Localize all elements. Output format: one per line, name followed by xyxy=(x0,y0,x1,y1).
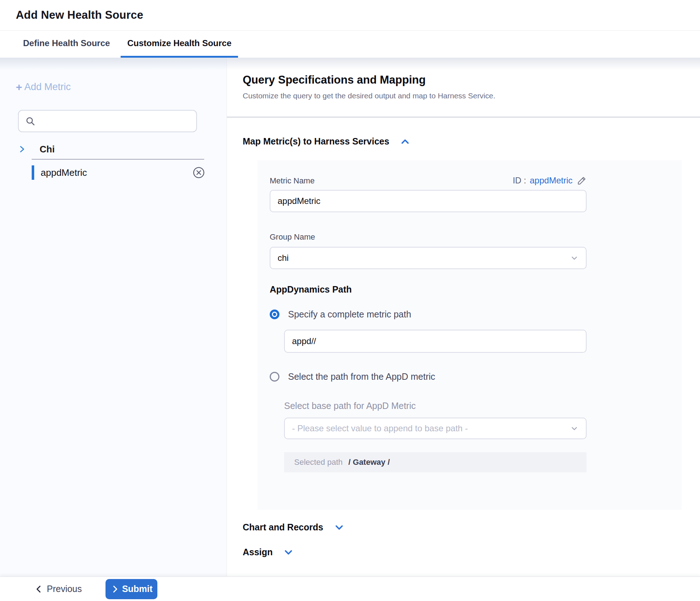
chevron-right-icon xyxy=(18,145,26,153)
chevron-right-icon xyxy=(111,585,119,593)
base-path-placeholder: - Please select value to append to base … xyxy=(292,423,468,433)
plus-icon: + xyxy=(16,82,22,93)
dialog-body: + Add Metric Chi appdMetric xyxy=(0,58,700,576)
selected-indicator-bar xyxy=(32,165,34,180)
group-name-field-label: Group Name xyxy=(270,232,669,242)
previous-label: Previous xyxy=(47,584,82,594)
sidebar-divider xyxy=(32,159,204,160)
metric-item-label: appdMetric xyxy=(41,167,87,178)
group-name-select-value: chi xyxy=(278,253,289,263)
query-spec-panel: Query Specifications and Mapping Customi… xyxy=(227,58,700,576)
tab-define-health-source[interactable]: Define Health Source xyxy=(23,31,110,58)
metrics-sidebar: + Add Metric Chi appdMetric xyxy=(0,58,227,576)
radio-selected-icon[interactable] xyxy=(270,310,279,319)
chevron-left-icon xyxy=(35,585,43,593)
base-path-select[interactable]: - Please select value to append to base … xyxy=(284,418,587,439)
submit-button[interactable]: Submit xyxy=(106,579,157,599)
appdynamics-path-heading: AppDynamics Path xyxy=(270,284,669,295)
radio-select-path-from-appd[interactable]: Select the path from the AppD metric xyxy=(270,371,669,382)
tab-bar: Define Health Source Customize Health So… xyxy=(0,31,700,58)
chevron-up-icon[interactable] xyxy=(400,137,410,147)
section-heading: Chart and Records xyxy=(243,522,323,533)
dialog-header: Add New Health Source xyxy=(0,0,700,31)
section-chart-and-records[interactable]: Chart and Records xyxy=(243,522,700,533)
map-metrics-form: Metric Name ID : appdMetric Group Nam xyxy=(257,160,682,510)
section-heading: Assign xyxy=(243,547,273,557)
previous-button[interactable]: Previous xyxy=(35,584,82,594)
group-name-label: Chi xyxy=(40,144,55,155)
radio-label: Select the path from the AppD metric xyxy=(288,371,435,382)
page-title: Query Specifications and Mapping xyxy=(243,74,700,86)
search-input[interactable] xyxy=(40,116,190,126)
tab-label: Define Health Source xyxy=(23,38,110,48)
id-prefix-label: ID : xyxy=(513,175,526,186)
page-subtitle: Customize the query to get the desired o… xyxy=(243,92,700,100)
metric-search xyxy=(18,110,197,132)
section-heading: Map Metric(s) to Harness Services xyxy=(243,136,389,147)
section-assign[interactable]: Assign xyxy=(243,547,700,557)
tab-customize-health-source[interactable]: Customize Health Source xyxy=(121,31,238,58)
chevron-down-icon xyxy=(570,424,579,433)
metric-id-row: ID : appdMetric xyxy=(513,175,587,186)
chevron-down-icon[interactable] xyxy=(283,547,293,557)
metric-id-link[interactable]: appdMetric xyxy=(530,175,573,186)
radio-complete-metric-path[interactable]: Specify a complete metric path xyxy=(270,309,669,320)
radio-unselected-icon[interactable] xyxy=(270,372,279,382)
base-path-label: Select base path for AppD Metric xyxy=(284,401,669,411)
tab-label: Customize Health Source xyxy=(127,38,231,48)
metric-list-item-appdmetric[interactable]: appdMetric xyxy=(0,165,226,181)
add-health-source-dialog: Add New Health Source Define Health Sour… xyxy=(0,0,700,601)
selected-path-value: / Gateway / xyxy=(349,458,390,467)
submit-label: Submit xyxy=(122,584,153,594)
search-icon xyxy=(25,116,35,126)
selected-path-row: Selected path / Gateway / xyxy=(284,452,587,472)
remove-metric-icon[interactable] xyxy=(193,166,205,179)
edit-pencil-icon[interactable] xyxy=(577,176,587,186)
chevron-down-icon xyxy=(570,254,579,262)
dialog-title: Add New Health Source xyxy=(16,9,143,22)
add-metric-button[interactable]: + Add Metric xyxy=(16,81,71,93)
group-name-select[interactable]: chi xyxy=(270,247,587,269)
chevron-down-icon[interactable] xyxy=(334,522,344,533)
add-metric-label: Add Metric xyxy=(24,81,71,93)
section-map-metrics[interactable]: Map Metric(s) to Harness Services xyxy=(243,136,700,147)
metric-name-label: Metric Name xyxy=(270,176,315,186)
content-divider xyxy=(227,117,700,117)
metric-name-input[interactable] xyxy=(270,190,587,212)
metric-group-chi[interactable]: Chi xyxy=(18,144,226,155)
selected-path-label: Selected path xyxy=(294,458,343,467)
complete-metric-path-input[interactable] xyxy=(284,330,587,353)
radio-label: Specify a complete metric path xyxy=(288,309,411,320)
dialog-footer: Previous Submit xyxy=(0,576,700,601)
